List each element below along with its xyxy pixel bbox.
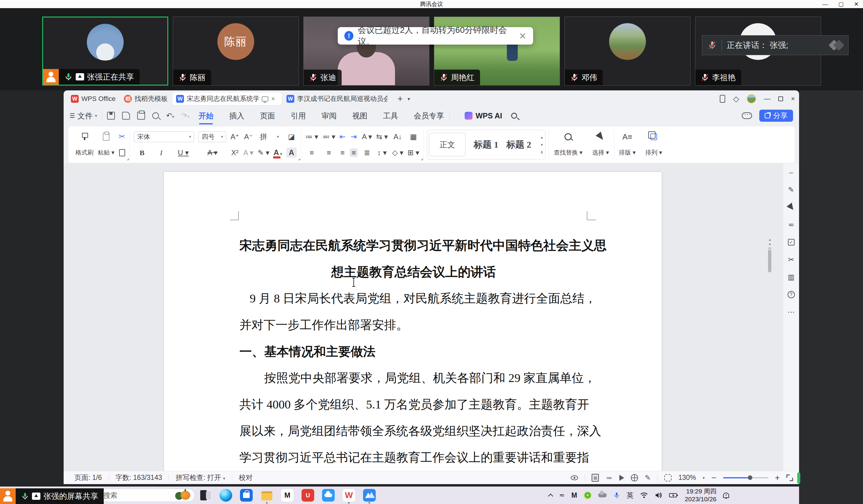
typeset-tool[interactable]: A≡ 排版 ▾: [614, 129, 641, 160]
document-area[interactable]: 宋志勇同志在民航系统学习贯彻习近平新时代中国特色社会主义思 想主题教育总结会议上…: [64, 163, 783, 471]
huawei-app-icon[interactable]: U: [302, 489, 314, 502]
font-size-select[interactable]: 四号 ▾: [198, 131, 226, 142]
zoom-in-button[interactable]: +: [775, 473, 780, 482]
notification-bell-icon[interactable]: z: [723, 493, 729, 498]
file-menu[interactable]: ☰ 文件 ▾: [70, 111, 97, 121]
line-spacing-icon[interactable]: ↕ ▾: [377, 149, 387, 156]
save-icon[interactable]: [107, 112, 115, 120]
protect-eye-icon[interactable]: [571, 475, 578, 480]
wrap-icon[interactable]: ⇆ ▾: [376, 133, 388, 140]
select-tool[interactable]: 选择 ▾: [587, 129, 614, 160]
speaker-icon[interactable]: [655, 492, 662, 499]
scrollbar-thumb[interactable]: [768, 249, 771, 272]
tab-member[interactable]: 会员专享: [413, 108, 445, 123]
fit-page-icon[interactable]: [664, 474, 672, 481]
undo-icon[interactable]: ↶▾: [166, 112, 174, 120]
3d-cube-icon[interactable]: ◇: [733, 94, 739, 104]
wps-close-button[interactable]: ×: [791, 95, 795, 103]
font-name-select[interactable]: 宋体 ▾: [134, 131, 194, 142]
pinyin-guide-icon[interactable]: 拼: [260, 133, 267, 140]
increase-indent-icon[interactable]: ⇥: [351, 133, 357, 140]
toast-close-icon[interactable]: ✕: [519, 31, 526, 41]
cloud-tray-icon[interactable]: [598, 493, 607, 497]
search-icon[interactable]: [511, 113, 517, 119]
zoom-chevron-icon[interactable]: ▾: [703, 475, 705, 480]
decrease-indent-icon[interactable]: ⇤: [339, 133, 346, 140]
distribute-icon[interactable]: ≣: [364, 149, 370, 156]
arrange-tool[interactable]: 排列 ▾: [640, 129, 667, 160]
tab-document-2[interactable]: W 李汉成书记在民航局巡视动员会上的讲话: [283, 92, 392, 105]
superscript-button[interactable]: X²: [231, 149, 238, 156]
green-plus-tray-icon[interactable]: +: [584, 491, 592, 499]
account-avatar[interactable]: [747, 94, 756, 103]
task-check-icon[interactable]: ✓: [787, 238, 796, 246]
tab-view[interactable]: 视图: [352, 108, 368, 123]
select-arrow-icon[interactable]: [787, 203, 796, 211]
web-view-icon[interactable]: [631, 474, 638, 481]
tab-review[interactable]: 审阅: [321, 108, 337, 123]
microsoft-store-icon[interactable]: [240, 489, 253, 502]
maximize-button[interactable]: ▢: [838, 1, 844, 8]
word-count[interactable]: 字数: 163/3143: [115, 473, 162, 482]
align-justify-icon[interactable]: ≡: [350, 148, 358, 157]
format-painter-icon[interactable]: [81, 133, 88, 141]
page-view-icon[interactable]: ▤: [592, 474, 599, 482]
tab-insert[interactable]: 插入: [228, 108, 245, 123]
settings-sliders-icon[interactable]: ≂: [787, 220, 796, 229]
outline-view-icon[interactable]: ≔: [605, 474, 613, 482]
italic-button[interactable]: I: [160, 149, 162, 156]
font-color-button[interactable]: A ▾: [274, 148, 282, 157]
ink-pen-icon[interactable]: ✎: [645, 474, 651, 482]
cut-scissors-icon[interactable]: ✂: [119, 132, 125, 141]
fullscreen-icon[interactable]: [786, 475, 793, 481]
highlight-pen-icon[interactable]: ✎ ▾: [258, 149, 270, 156]
border-icon[interactable]: ⊞ ▾: [408, 149, 420, 156]
ime-indicator[interactable]: 英: [627, 491, 634, 500]
align-center-icon[interactable]: ≡: [327, 149, 331, 156]
document-page[interactable]: 宋志勇同志在民航系统学习贯彻习近平新时代中国特色社会主义思 想主题教育总结会议上…: [164, 172, 662, 471]
battery-icon[interactable]: [669, 492, 678, 499]
help-icon[interactable]: ?: [787, 290, 796, 299]
participant-tile-dengwei[interactable]: 邓伟: [564, 16, 690, 86]
tencent-meeting-app-icon[interactable]: [363, 489, 376, 502]
ruler-icon[interactable]: ▦: [410, 133, 417, 140]
tab-tools[interactable]: 工具: [382, 108, 399, 123]
m-app-icon[interactable]: M: [281, 489, 294, 502]
zoom-slider[interactable]: [723, 477, 768, 478]
m-tray-icon[interactable]: M: [572, 491, 577, 500]
cloud-app-icon[interactable]: [322, 489, 335, 502]
taskbar-clock[interactable]: 19:29 周四 2023/10/26: [685, 488, 716, 503]
print-icon[interactable]: [137, 112, 145, 120]
tab-wps-home[interactable]: W WPS Office: [67, 92, 119, 105]
style-normal[interactable]: 正文: [429, 133, 465, 156]
mobile-view-icon[interactable]: [720, 95, 725, 103]
pinyin-chevron-icon[interactable]: ▾: [277, 135, 279, 139]
text-direction-icon[interactable]: A ▾: [362, 133, 372, 140]
decrease-font-icon[interactable]: A⁻: [244, 133, 253, 140]
cloud-status-icon[interactable]: [742, 112, 752, 119]
copy-icon[interactable]: [119, 149, 125, 156]
strikethrough-button[interactable]: A ▾: [208, 149, 217, 156]
bold-button[interactable]: B: [140, 149, 145, 156]
increase-font-icon[interactable]: A⁺: [230, 133, 239, 140]
clear-format-eraser-icon[interactable]: ◪: [288, 133, 295, 140]
edit-pen-icon[interactable]: ✎: [787, 185, 796, 194]
file-explorer-icon[interactable]: [261, 489, 273, 502]
read-mode-icon[interactable]: [620, 475, 624, 481]
style-heading1[interactable]: 标题 1: [473, 139, 498, 151]
tab-list-chevron-icon[interactable]: ▾: [408, 96, 410, 102]
close-button[interactable]: ✕: [854, 1, 859, 8]
bullet-list-icon[interactable]: ≔ ▾: [305, 133, 318, 140]
align-right-icon[interactable]: ≡: [340, 149, 345, 156]
tab-docer-templates[interactable]: 稻 找稻壳模板: [120, 92, 171, 105]
wps-restore-button[interactable]: [778, 96, 783, 101]
wps-ai-button[interactable]: WPS AI: [465, 112, 502, 120]
zoom-out-button[interactable]: −: [711, 473, 716, 482]
tab-document-active[interactable]: W 宋志勇同志在民航系统学习贯彻 ×: [173, 92, 282, 105]
book-icon[interactable]: ▥: [787, 273, 796, 281]
hidden-icons-chevron[interactable]: [548, 493, 553, 499]
paste-label[interactable]: 粘贴 ▾: [98, 148, 115, 157]
style-heading2[interactable]: 标题 2: [506, 139, 531, 151]
style-gallery-arrows[interactable]: ▴ ▾ ⇟: [540, 135, 543, 155]
collapse-icon[interactable]: –: [787, 168, 796, 177]
